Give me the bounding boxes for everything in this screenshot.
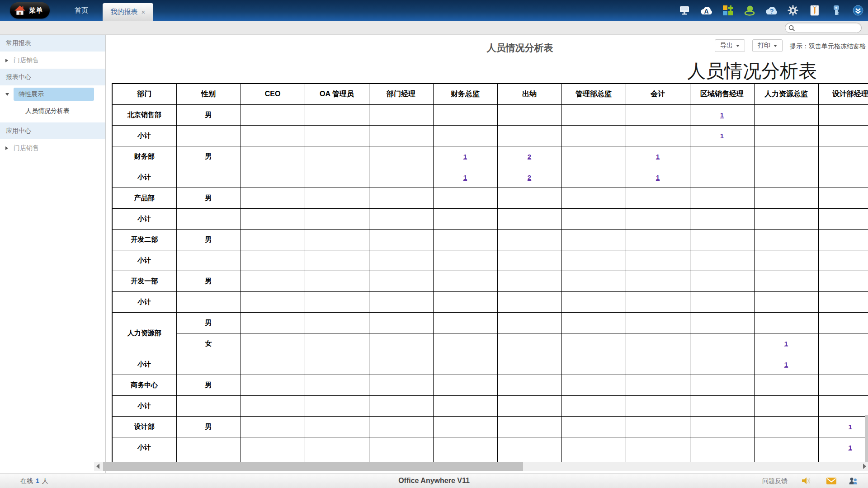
feedback-link[interactable]: 问题反馈 xyxy=(762,474,788,488)
dept-cell: 小计 xyxy=(112,208,176,229)
count-link[interactable]: 1 xyxy=(463,174,467,181)
dept-cell: 商务中心 xyxy=(112,375,176,395)
personnel-analysis-table: 部门性别CEOOA 管理员部门经理财务总监出纳管理部总监会计区域销售经理人力资源… xyxy=(112,83,868,462)
chat-person-icon[interactable] xyxy=(743,4,756,17)
count-link[interactable]: 2 xyxy=(528,153,531,160)
value-cell xyxy=(690,229,754,250)
dept-cell: 产品部 xyxy=(112,188,176,208)
count-link[interactable]: 1 xyxy=(656,174,660,181)
value-cell xyxy=(754,104,818,125)
key-icon[interactable] xyxy=(830,4,843,17)
count-link[interactable]: 1 xyxy=(784,361,788,368)
close-icon[interactable]: × xyxy=(142,9,146,15)
svg-text:A: A xyxy=(704,8,708,15)
value-cell xyxy=(818,354,868,375)
value-cell xyxy=(561,188,626,208)
scroll-left-arrow-icon[interactable] xyxy=(96,464,99,469)
table-row: 商务中心男 xyxy=(112,375,868,395)
sidebar-section-common-reports[interactable]: 常用报表 xyxy=(0,35,105,52)
sidebar-section-report-center[interactable]: 报表中心 xyxy=(0,69,105,85)
dept-cell: 小计 xyxy=(112,125,176,146)
count-link[interactable]: 1 xyxy=(849,423,852,431)
value-cell xyxy=(305,312,369,333)
table-row-subtotal: 小计1 xyxy=(112,437,868,458)
shirt-tie-icon[interactable] xyxy=(808,4,821,17)
value-cell xyxy=(305,188,369,208)
value-cell xyxy=(818,395,868,416)
value-cell xyxy=(305,291,369,312)
gender-cell: 女 xyxy=(176,333,241,354)
scrollbar-thumb[interactable] xyxy=(103,462,523,471)
value-cell xyxy=(241,229,305,250)
menu-button[interactable]: 菜单 xyxy=(10,2,50,19)
value-cell xyxy=(497,437,561,458)
count-link[interactable]: 1 xyxy=(656,153,660,160)
people-icon[interactable] xyxy=(848,476,859,486)
value-cell xyxy=(369,354,433,375)
value-cell xyxy=(754,375,818,395)
value-cell xyxy=(433,437,497,458)
sidebar: 常用报表 门店销售 报表中心 特性展示 人员情况分析表 应用中心 门店销售 xyxy=(0,35,106,473)
value-cell xyxy=(497,208,561,229)
sidebar-item-store-sales-2[interactable]: 门店销售 xyxy=(0,140,105,156)
count-link[interactable]: 1 xyxy=(720,111,724,119)
sidebar-item-feature-demo[interactable]: 特性展示 xyxy=(0,86,105,103)
sidebar-item-store-sales-1[interactable]: 门店销售 xyxy=(0,52,105,69)
apps-grid-icon[interactable] xyxy=(722,4,734,17)
value-cell xyxy=(561,354,626,375)
value-cell xyxy=(369,146,433,167)
value-cell xyxy=(626,437,690,458)
monitor-icon[interactable] xyxy=(678,4,691,17)
value-cell xyxy=(626,188,690,208)
value-cell: 1 xyxy=(818,416,868,437)
horizontal-scrollbar[interactable] xyxy=(94,462,868,471)
value-cell xyxy=(818,271,868,291)
value-cell xyxy=(561,229,626,250)
mail-icon[interactable] xyxy=(826,476,837,486)
menu-label: 菜单 xyxy=(29,6,42,15)
table-row: 女1 xyxy=(112,333,868,354)
speaker-icon[interactable] xyxy=(801,476,812,486)
value-cell: 1 xyxy=(626,167,690,188)
value-cell xyxy=(754,146,818,167)
vertical-scrollbar-thumb[interactable] xyxy=(865,415,868,462)
value-cell xyxy=(241,354,305,375)
value-cell xyxy=(561,250,626,271)
gender-cell xyxy=(176,354,241,375)
dept-cell: 人力资源部 xyxy=(112,312,176,354)
value-cell xyxy=(433,395,497,416)
value-cell xyxy=(626,354,690,375)
cloud-a-icon[interactable]: A xyxy=(700,4,712,17)
tab-my-reports[interactable]: 我的报表 × xyxy=(103,3,153,21)
value-cell xyxy=(305,125,369,146)
status-bar: 在线1人 Office Anywhere V11 问题反馈 xyxy=(0,473,868,488)
sidebar-item-personnel-report[interactable]: 人员情况分析表 xyxy=(0,103,105,119)
collapse-chevron-icon[interactable] xyxy=(852,4,864,17)
scroll-right-arrow-icon[interactable] xyxy=(863,464,866,469)
tab-home[interactable]: 首页 xyxy=(63,0,99,21)
table-row xyxy=(112,458,868,462)
count-link[interactable]: 2 xyxy=(528,174,531,181)
value-cell xyxy=(497,229,561,250)
count-link[interactable]: 1 xyxy=(720,132,724,140)
count-link[interactable]: 1 xyxy=(463,153,467,160)
value-cell xyxy=(497,125,561,146)
sidebar-section-app-center[interactable]: 应用中心 xyxy=(0,122,105,139)
dept-cell: 小计 xyxy=(112,291,176,312)
caret-down-icon xyxy=(736,45,740,47)
print-button[interactable]: 打印 xyxy=(752,39,783,52)
search-input[interactable] xyxy=(795,24,854,32)
export-label: 导出 xyxy=(720,42,733,50)
value-cell xyxy=(561,271,626,291)
export-button[interactable]: 导出 xyxy=(715,39,745,52)
value-cell xyxy=(626,125,690,146)
page-title: 人员情况分析表 xyxy=(407,42,633,54)
count-link[interactable]: 1 xyxy=(849,444,852,451)
value-cell xyxy=(690,437,754,458)
search-box[interactable] xyxy=(785,23,862,33)
value-cell xyxy=(818,458,868,462)
help-cloud-icon[interactable]: ? xyxy=(765,4,778,17)
value-cell xyxy=(369,104,433,125)
count-link[interactable]: 1 xyxy=(784,340,788,347)
gear-icon[interactable] xyxy=(787,4,799,17)
